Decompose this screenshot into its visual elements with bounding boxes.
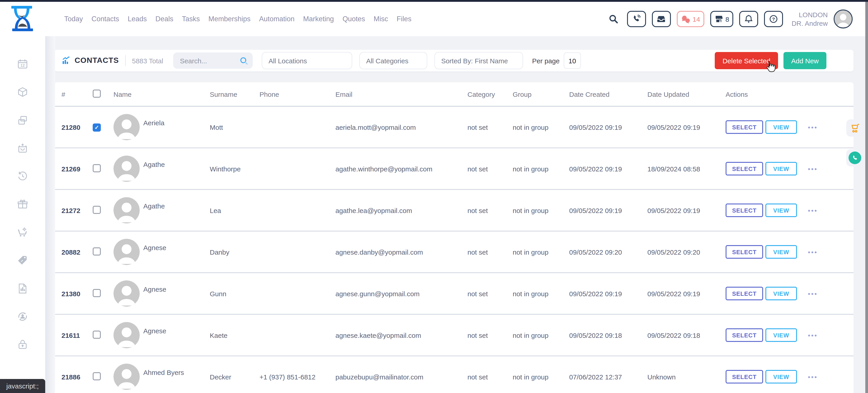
contact-date-created: 09/05/2022 09:19 xyxy=(569,207,647,214)
view-button[interactable]: VIEW xyxy=(765,287,797,300)
sidebar-calendar-icon[interactable]: 12 xyxy=(17,58,29,70)
nav-files[interactable]: Files xyxy=(397,15,411,23)
search-submit-icon[interactable] xyxy=(240,56,248,65)
contact-first-name[interactable]: Agathe xyxy=(143,202,165,210)
contacts-search-input[interactable] xyxy=(179,56,240,65)
row-checkbox[interactable] xyxy=(93,330,101,338)
nav-today[interactable]: Today xyxy=(64,15,83,23)
more-actions-icon[interactable]: ••• xyxy=(808,248,818,256)
sidebar-price-tag-icon[interactable] xyxy=(17,254,29,266)
header-name[interactable]: Name xyxy=(114,90,210,98)
contact-first-name[interactable]: Aeriela xyxy=(143,119,164,126)
search-icon[interactable] xyxy=(609,14,618,24)
contact-group: not in group xyxy=(513,165,569,173)
sidebar-package-icon[interactable] xyxy=(17,86,29,98)
delete-selected-button[interactable]: Delete Selected xyxy=(715,52,778,69)
header-phone[interactable]: Phone xyxy=(259,90,336,98)
nav-misc[interactable]: Misc xyxy=(374,15,388,23)
contact-surname: Winthorpe xyxy=(210,165,259,173)
help-button[interactable]: ? xyxy=(764,11,783,27)
view-button[interactable]: VIEW xyxy=(765,162,797,176)
contact-first-name[interactable]: Agnese xyxy=(143,327,166,334)
nav-contacts[interactable]: Contacts xyxy=(92,15,119,23)
notifications-button[interactable] xyxy=(739,11,758,27)
sidebar-cart-settings-icon[interactable] xyxy=(17,226,29,238)
inbox-button[interactable] xyxy=(652,11,671,27)
table-row: 21886 Ahmed Byers Decker +1 (937) 851-68… xyxy=(54,356,854,393)
floating-cart-button[interactable] xyxy=(846,119,864,137)
contact-id: 21886 xyxy=(61,373,93,381)
categories-filter-select[interactable]: All Categories xyxy=(360,52,427,69)
sidebar-client-sync-icon[interactable] xyxy=(17,311,29,323)
contact-first-name[interactable]: Agnese xyxy=(143,244,166,251)
select-button[interactable]: SELECT xyxy=(725,287,763,300)
add-new-button[interactable]: Add New xyxy=(783,52,827,69)
nav-tasks[interactable]: Tasks xyxy=(182,15,200,23)
header-date-created[interactable]: Date Created xyxy=(569,90,647,98)
phone-calls-button[interactable] xyxy=(627,11,646,27)
header-category[interactable]: Category xyxy=(467,90,513,98)
contact-group: not in group xyxy=(513,123,569,131)
messages-button[interactable]: 14 xyxy=(677,11,704,27)
contact-id: 21272 xyxy=(61,207,93,214)
header-id[interactable]: # xyxy=(61,90,93,98)
select-button[interactable]: SELECT xyxy=(725,162,763,176)
select-all-checkbox[interactable] xyxy=(93,89,101,97)
sidebar-report-icon[interactable] xyxy=(17,283,29,294)
more-actions-icon[interactable]: ••• xyxy=(808,290,818,297)
header-email[interactable]: Email xyxy=(336,90,467,98)
view-button[interactable]: VIEW xyxy=(765,370,797,384)
more-actions-icon[interactable]: ••• xyxy=(808,331,818,339)
row-checkbox[interactable] xyxy=(93,123,101,131)
contact-name-cell: Agnese xyxy=(114,280,210,307)
more-actions-icon[interactable]: ••• xyxy=(808,165,818,173)
user-avatar[interactable] xyxy=(834,9,852,29)
nav-quotes[interactable]: Quotes xyxy=(342,15,365,23)
nav-memberships[interactable]: Memberships xyxy=(209,15,250,23)
user-info[interactable]: LONDON DR. Andrew xyxy=(792,10,828,28)
select-button[interactable]: SELECT xyxy=(725,245,763,259)
contact-first-name[interactable]: Agnese xyxy=(143,285,166,293)
more-actions-icon[interactable]: ••• xyxy=(808,123,818,131)
sidebar-history-icon[interactable] xyxy=(17,171,29,182)
select-button[interactable]: SELECT xyxy=(725,120,763,134)
select-button[interactable]: SELECT xyxy=(725,328,763,342)
topbar-right: 14 8 ? LONDON DR. Andrew xyxy=(609,2,852,36)
nav-deals[interactable]: Deals xyxy=(156,15,174,23)
sidebar-lock-icon[interactable] xyxy=(17,339,29,351)
sidebar-copy-icon[interactable] xyxy=(17,114,29,126)
header-surname[interactable]: Surname xyxy=(210,90,259,98)
contact-avatar xyxy=(114,364,140,390)
contact-first-name[interactable]: Ahmed Byers xyxy=(143,368,184,376)
nav-leads[interactable]: Leads xyxy=(128,15,147,23)
sidebar-bag-icon[interactable] xyxy=(17,143,29,154)
row-checkbox[interactable] xyxy=(93,206,101,214)
per-page-input[interactable] xyxy=(564,53,581,69)
select-button[interactable]: SELECT xyxy=(725,204,763,217)
row-checkbox[interactable] xyxy=(93,247,101,255)
store-button[interactable]: 8 xyxy=(710,11,733,27)
more-actions-icon[interactable]: ••• xyxy=(808,207,818,214)
sidebar-scroll-strip[interactable] xyxy=(45,36,55,393)
view-button[interactable]: VIEW xyxy=(765,204,797,217)
view-button[interactable]: VIEW xyxy=(765,245,797,259)
sidebar-gift-icon[interactable] xyxy=(17,199,29,210)
nav-marketing[interactable]: Marketing xyxy=(303,15,334,23)
floating-phone-button[interactable] xyxy=(846,149,864,167)
view-button[interactable]: VIEW xyxy=(765,120,797,134)
contact-first-name[interactable]: Agathe xyxy=(143,160,165,168)
more-actions-icon[interactable]: ••• xyxy=(808,373,818,381)
row-checkbox[interactable] xyxy=(93,164,101,172)
view-button[interactable]: VIEW xyxy=(765,328,797,342)
row-checkbox[interactable] xyxy=(93,289,101,297)
sort-select[interactable]: Sorted By: First Name xyxy=(434,52,523,69)
nav-automation[interactable]: Automation xyxy=(259,15,294,23)
contact-date-created: 09/05/2022 09:19 xyxy=(569,290,647,297)
row-checkbox[interactable] xyxy=(93,372,101,380)
locations-filter-select[interactable]: All Locations xyxy=(262,52,352,69)
vertical-scrollbar[interactable] xyxy=(865,0,868,393)
select-button[interactable]: SELECT xyxy=(725,370,763,384)
header-group[interactable]: Group xyxy=(513,90,569,98)
header-date-updated[interactable]: Date Updated xyxy=(647,90,725,98)
contact-email: agnese.gunn@yopmail.com xyxy=(336,290,467,297)
